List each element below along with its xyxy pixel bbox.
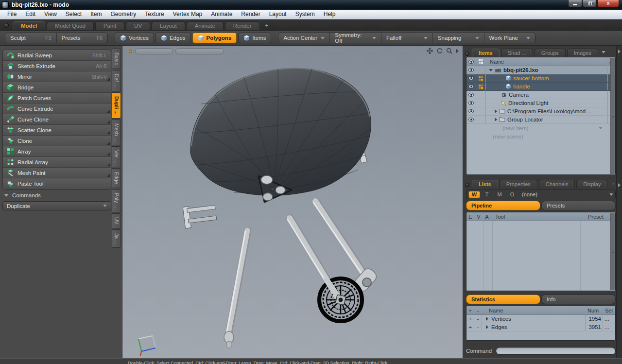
collapse-icon[interactable]: [489, 69, 493, 71]
tool-curve-clone[interactable]: Curve Clone: [3, 114, 111, 125]
eye-icon[interactable]: [468, 68, 474, 72]
add-selection-button[interactable]: +: [466, 323, 474, 331]
tab-paint[interactable]: Paint: [95, 21, 124, 30]
eye-icon[interactable]: [468, 118, 474, 121]
tab-properties[interactable]: Properties: [500, 180, 537, 188]
subtab-info[interactable]: Info: [541, 295, 616, 304]
expand-right-icon[interactable]: [618, 183, 621, 187]
duplicate-dropdown[interactable]: Duplicate: [2, 201, 111, 210]
col-add[interactable]: +: [466, 306, 474, 314]
eye-icon[interactable]: [468, 93, 474, 97]
add-selection-button[interactable]: +: [466, 315, 474, 323]
subtab-pipeline[interactable]: Pipeline: [466, 201, 540, 210]
pipeline-scrollbar[interactable]: [610, 213, 615, 290]
menu-file[interactable]: File: [3, 10, 21, 19]
item-row-camera[interactable]: Camera: [466, 91, 615, 99]
tab-groups[interactable]: Groups: [535, 49, 566, 57]
item-row-handle[interactable]: handle: [466, 83, 615, 91]
zoom-icon[interactable]: [446, 48, 452, 54]
tool-radial-sweep[interactable]: Radial Sweep Shift-L: [3, 50, 111, 61]
mode-vertices-button[interactable]: Vertices: [115, 33, 154, 43]
item-tree-scrollbar[interactable]: [610, 58, 615, 174]
tab-channels[interactable]: Channels: [539, 180, 575, 188]
expand-icon[interactable]: [486, 317, 488, 321]
item-row-scene[interactable]: bbq-pit26.lxo: [466, 66, 615, 74]
stat-row-edges[interactable]: + - Edges 3951 ...: [466, 323, 615, 331]
tool-scatter-clone[interactable]: Scatter Clone: [3, 125, 111, 136]
tool-mirror[interactable]: Mirror Shift-V: [3, 71, 111, 82]
tab-items[interactable]: Items: [472, 49, 500, 57]
tool-sketch-extrude[interactable]: Sketch Extrude Alt-B: [3, 61, 111, 71]
cat-tab-duplicate[interactable]: Dupli ...: [112, 92, 121, 119]
minimize-button[interactable]: [568, 0, 582, 7]
symmetry-dropdown[interactable]: Symmetry: Off: [330, 33, 381, 43]
cat-tab-mesh[interactable]: Mesh ...: [112, 120, 121, 145]
item-row-luxology-path[interactable]: C:\Program Files\Luxology\mod ...: [466, 107, 615, 116]
tab-shaders[interactable]: Shad ...: [501, 49, 533, 57]
tab-model[interactable]: Model: [13, 21, 45, 30]
add-panel-tab-button[interactable]: +: [609, 180, 617, 188]
menu-view[interactable]: View: [40, 10, 61, 19]
subtab-statistics[interactable]: Statistics: [466, 295, 540, 304]
menu-edit[interactable]: Edit: [21, 10, 40, 19]
tab-animate[interactable]: Animate: [187, 21, 224, 30]
menu-texture[interactable]: Texture: [140, 10, 168, 19]
tab-model-quad[interactable]: Model Quad: [47, 21, 94, 30]
panel-dot-icon[interactable]: [465, 183, 469, 187]
tool-patch-curves[interactable]: Patch Curves: [3, 93, 111, 104]
stat-row-vertices[interactable]: + - Vertices 1954 ...: [466, 315, 615, 323]
expand-icon[interactable]: [495, 118, 497, 121]
eye-icon[interactable]: [468, 109, 474, 113]
item-row-new-item[interactable]: (new item): [466, 124, 615, 132]
menu-system[interactable]: System: [291, 10, 319, 19]
mode-polygons-button[interactable]: Polygons: [192, 33, 237, 43]
expand-icon[interactable]: [495, 109, 497, 113]
tab-display[interactable]: Display: [576, 180, 607, 188]
item-row-saucer-bottom[interactable]: saucer-bottom: [466, 74, 615, 83]
cat-tab-basic[interactable]: Basic: [112, 49, 121, 69]
restore-button[interactable]: [583, 0, 597, 7]
tool-pipeline-body[interactable]: [466, 221, 615, 291]
viewport-mode-dot-icon[interactable]: [129, 50, 132, 53]
layout-switcher-icon[interactable]: [4, 23, 9, 28]
expand-icon[interactable]: [486, 325, 488, 329]
menu-vertex-map[interactable]: Vertex Map: [169, 10, 207, 19]
cat-tab-uv[interactable]: UV: [112, 213, 121, 228]
menu-layout[interactable]: Layout: [265, 10, 291, 19]
item-row-group-locator[interactable]: Group Locator: [466, 116, 615, 124]
tab-lists[interactable]: Lists: [472, 180, 498, 188]
expand-right-icon[interactable]: [618, 50, 621, 53]
remove-selection-button[interactable]: -: [474, 323, 482, 331]
item-row-directional-light[interactable]: Directional Light: [466, 99, 615, 107]
pan-icon[interactable]: [427, 48, 433, 54]
tool-mesh-paint[interactable]: Mesh Paint: [3, 168, 111, 178]
tool-bridge[interactable]: Bridge: [3, 82, 111, 93]
viewport-camera-dropdown[interactable]: [175, 48, 224, 54]
subtab-presets[interactable]: Presets: [541, 201, 616, 210]
viewport-style-dropdown[interactable]: [135, 48, 173, 54]
rotate-icon[interactable]: [436, 48, 443, 54]
tool-radial-array[interactable]: Radial Array: [3, 157, 111, 168]
falloff-dropdown[interactable]: Falloff: [381, 33, 433, 43]
menu-select[interactable]: Select: [61, 10, 86, 19]
add-layout-tab-button[interactable]: +: [261, 21, 273, 30]
snapping-dropdown[interactable]: Snapping: [433, 33, 484, 43]
work-plane-dropdown[interactable]: Work Plane: [484, 33, 536, 43]
eye-icon[interactable]: [468, 76, 474, 80]
tool-clone[interactable]: Clone: [3, 136, 111, 146]
close-button[interactable]: X: [597, 0, 619, 7]
weight-map-button[interactable]: W: [468, 191, 480, 198]
panel-dot-icon[interactable]: [465, 52, 469, 56]
other-map-button[interactable]: O: [506, 191, 518, 198]
presets-button[interactable]: Presets F6: [57, 33, 108, 43]
tool-curve-extrude[interactable]: Curve Extrude: [3, 104, 111, 114]
menu-help[interactable]: Help: [319, 10, 340, 19]
cat-tab-polygon[interactable]: Poly ...: [112, 189, 121, 212]
tab-render[interactable]: Render: [225, 21, 260, 30]
cat-tab-vertex[interactable]: Ver ...: [112, 146, 121, 167]
eye-icon[interactable]: [468, 101, 474, 105]
expand-right-icon[interactable]: [456, 49, 459, 53]
morph-map-button[interactable]: M: [494, 191, 505, 198]
chevron-down-icon[interactable]: [609, 193, 613, 196]
sculpt-button[interactable]: Sculpt F3: [5, 33, 57, 43]
